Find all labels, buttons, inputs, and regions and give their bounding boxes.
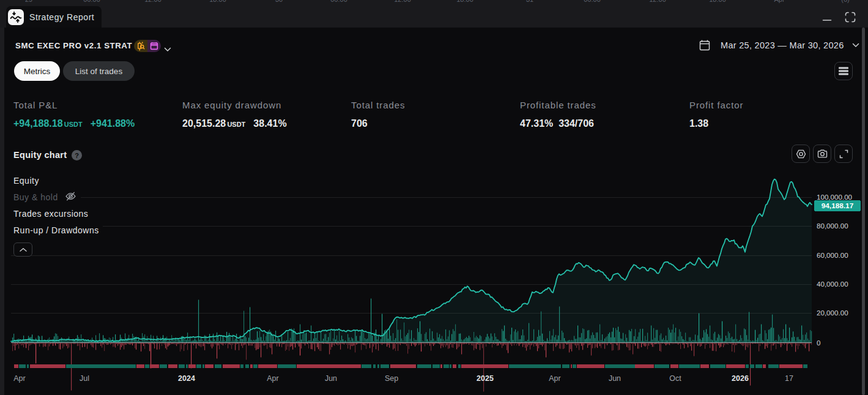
svg-text:Apr: Apr <box>267 374 278 383</box>
svg-text:100,000.00: 100,000.00 <box>817 193 852 201</box>
svg-text:94,188.17: 94,188.17 <box>822 201 854 210</box>
svg-text:Jun: Jun <box>325 374 337 383</box>
svg-text:80,000.00: 80,000.00 <box>817 222 848 230</box>
svg-text:Sep: Sep <box>385 374 398 383</box>
svg-text:2025: 2025 <box>477 374 494 383</box>
svg-text:Jun: Jun <box>609 374 621 383</box>
svg-text:Jul: Jul <box>80 374 89 383</box>
svg-text:17: 17 <box>785 374 793 383</box>
svg-text:60,000.00: 60,000.00 <box>817 251 848 259</box>
svg-text:20,000.00: 20,000.00 <box>817 309 848 317</box>
svg-text:2026: 2026 <box>732 374 749 383</box>
svg-text:40,000.00: 40,000.00 <box>817 280 848 288</box>
svg-text:Apr: Apr <box>549 374 560 383</box>
svg-text:0: 0 <box>817 339 820 347</box>
svg-text:2024: 2024 <box>178 374 195 383</box>
svg-text:Apr: Apr <box>13 374 25 383</box>
svg-text:Oct: Oct <box>669 374 681 383</box>
